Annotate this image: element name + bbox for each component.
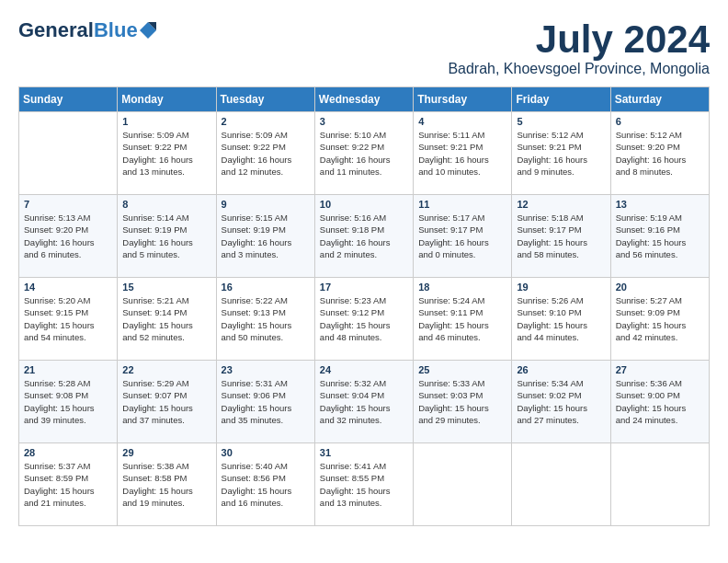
calendar-cell [512, 443, 610, 526]
calendar-cell: 4Sunrise: 5:11 AM Sunset: 9:21 PM Daylig… [414, 112, 512, 195]
calendar-cell: 13Sunrise: 5:19 AM Sunset: 9:16 PM Dayli… [610, 195, 709, 278]
day-number: 9 [222, 199, 310, 210]
day-number: 10 [320, 199, 408, 210]
calendar-cell [19, 112, 118, 195]
day-info: Sunrise: 5:32 AM Sunset: 9:04 PM Dayligh… [320, 377, 408, 426]
day-number: 16 [222, 282, 310, 293]
calendar-week-2: 7Sunrise: 5:13 AM Sunset: 9:20 PM Daylig… [19, 195, 710, 278]
day-info: Sunrise: 5:38 AM Sunset: 8:58 PM Dayligh… [122, 460, 210, 509]
day-info: Sunrise: 5:09 AM Sunset: 9:22 PM Dayligh… [222, 129, 310, 178]
day-info: Sunrise: 5:34 AM Sunset: 9:02 PM Dayligh… [517, 377, 605, 426]
day-number: 22 [122, 364, 210, 375]
day-info: Sunrise: 5:11 AM Sunset: 9:21 PM Dayligh… [418, 129, 506, 178]
logo: General Blue [18, 18, 156, 42]
day-number: 29 [122, 447, 210, 458]
calendar-week-1: 1Sunrise: 5:09 AM Sunset: 9:22 PM Daylig… [19, 112, 710, 195]
calendar-cell: 12Sunrise: 5:18 AM Sunset: 9:17 PM Dayli… [512, 195, 610, 278]
calendar-cell: 29Sunrise: 5:38 AM Sunset: 8:58 PM Dayli… [118, 443, 216, 526]
weekday-header-saturday: Saturday [610, 87, 709, 112]
calendar-cell: 14Sunrise: 5:20 AM Sunset: 9:15 PM Dayli… [19, 278, 118, 361]
day-number: 19 [517, 282, 605, 293]
day-number: 27 [616, 364, 704, 375]
logo-blue: Blue [94, 18, 138, 42]
day-number: 26 [517, 364, 605, 375]
day-number: 3 [320, 116, 408, 127]
day-info: Sunrise: 5:21 AM Sunset: 9:14 PM Dayligh… [122, 294, 210, 343]
calendar-cell: 1Sunrise: 5:09 AM Sunset: 9:22 PM Daylig… [118, 112, 216, 195]
day-number: 5 [517, 116, 605, 127]
weekday-header-row: SundayMondayTuesdayWednesdayThursdayFrid… [19, 87, 710, 112]
day-info: Sunrise: 5:19 AM Sunset: 9:16 PM Dayligh… [616, 212, 704, 260]
day-info: Sunrise: 5:17 AM Sunset: 9:17 PM Dayligh… [418, 212, 506, 260]
calendar-table: SundayMondayTuesdayWednesdayThursdayFrid… [18, 86, 710, 526]
day-info: Sunrise: 5:10 AM Sunset: 9:22 PM Dayligh… [320, 129, 408, 178]
day-number: 23 [222, 364, 310, 375]
day-info: Sunrise: 5:16 AM Sunset: 9:18 PM Dayligh… [320, 212, 408, 260]
title-block: July 2024 Badrah, Khoevsgoel Province, M… [448, 18, 710, 77]
calendar-cell: 31Sunrise: 5:41 AM Sunset: 8:55 PM Dayli… [314, 443, 413, 526]
weekday-header-thursday: Thursday [414, 87, 512, 112]
day-number: 17 [320, 282, 408, 293]
logo-text: General Blue [18, 18, 156, 42]
day-number: 24 [320, 364, 408, 375]
weekday-header-friday: Friday [512, 87, 610, 112]
day-number: 15 [122, 282, 210, 293]
calendar-cell: 18Sunrise: 5:24 AM Sunset: 9:11 PM Dayli… [414, 278, 512, 361]
calendar-cell: 11Sunrise: 5:17 AM Sunset: 9:17 PM Dayli… [414, 195, 512, 278]
calendar-cell: 16Sunrise: 5:22 AM Sunset: 9:13 PM Dayli… [216, 278, 314, 361]
day-number: 1 [122, 116, 210, 127]
month-title: July 2024 [448, 18, 710, 61]
day-info: Sunrise: 5:15 AM Sunset: 9:19 PM Dayligh… [222, 212, 310, 260]
page-header: General Blue July 2024 Badrah, Khoevsgoe… [18, 18, 710, 77]
calendar-cell: 23Sunrise: 5:31 AM Sunset: 9:06 PM Dayli… [216, 361, 314, 443]
calendar-cell: 2Sunrise: 5:09 AM Sunset: 9:22 PM Daylig… [216, 112, 314, 195]
day-number: 30 [222, 447, 310, 458]
day-info: Sunrise: 5:26 AM Sunset: 9:10 PM Dayligh… [517, 294, 605, 343]
calendar-cell: 27Sunrise: 5:36 AM Sunset: 9:00 PM Dayli… [610, 361, 709, 443]
calendar-cell: 7Sunrise: 5:13 AM Sunset: 9:20 PM Daylig… [19, 195, 118, 278]
day-info: Sunrise: 5:27 AM Sunset: 9:09 PM Dayligh… [616, 294, 704, 343]
day-info: Sunrise: 5:13 AM Sunset: 9:20 PM Dayligh… [24, 212, 112, 260]
day-number: 11 [418, 199, 506, 210]
calendar-cell: 24Sunrise: 5:32 AM Sunset: 9:04 PM Dayli… [314, 361, 413, 443]
calendar-cell: 15Sunrise: 5:21 AM Sunset: 9:14 PM Dayli… [118, 278, 216, 361]
day-number: 31 [320, 447, 408, 458]
day-info: Sunrise: 5:24 AM Sunset: 9:11 PM Dayligh… [418, 294, 506, 343]
calendar-week-4: 21Sunrise: 5:28 AM Sunset: 9:08 PM Dayli… [19, 361, 710, 443]
day-number: 7 [24, 199, 112, 210]
logo-general: General [18, 18, 94, 42]
day-info: Sunrise: 5:33 AM Sunset: 9:03 PM Dayligh… [418, 377, 506, 426]
weekday-header-sunday: Sunday [19, 87, 118, 112]
day-info: Sunrise: 5:18 AM Sunset: 9:17 PM Dayligh… [517, 212, 605, 260]
calendar-cell: 28Sunrise: 5:37 AM Sunset: 8:59 PM Dayli… [19, 443, 118, 526]
day-number: 18 [418, 282, 506, 293]
day-number: 28 [24, 447, 112, 458]
calendar-cell: 25Sunrise: 5:33 AM Sunset: 9:03 PM Dayli… [414, 361, 512, 443]
day-number: 8 [122, 199, 210, 210]
logo-icon [140, 22, 156, 39]
day-number: 25 [418, 364, 506, 375]
day-number: 13 [616, 199, 704, 210]
calendar-cell: 19Sunrise: 5:26 AM Sunset: 9:10 PM Dayli… [512, 278, 610, 361]
weekday-header-tuesday: Tuesday [216, 87, 314, 112]
day-info: Sunrise: 5:09 AM Sunset: 9:22 PM Dayligh… [122, 129, 210, 178]
calendar-cell: 21Sunrise: 5:28 AM Sunset: 9:08 PM Dayli… [19, 361, 118, 443]
weekday-header-monday: Monday [118, 87, 216, 112]
calendar-cell [414, 443, 512, 526]
location-subtitle: Badrah, Khoevsgoel Province, Mongolia [448, 61, 710, 77]
calendar-cell: 10Sunrise: 5:16 AM Sunset: 9:18 PM Dayli… [314, 195, 413, 278]
weekday-header-wednesday: Wednesday [314, 87, 413, 112]
calendar-cell: 8Sunrise: 5:14 AM Sunset: 9:19 PM Daylig… [118, 195, 216, 278]
day-info: Sunrise: 5:23 AM Sunset: 9:12 PM Dayligh… [320, 294, 408, 343]
day-number: 14 [24, 282, 112, 293]
day-number: 4 [418, 116, 506, 127]
day-info: Sunrise: 5:36 AM Sunset: 9:00 PM Dayligh… [616, 377, 704, 426]
day-info: Sunrise: 5:14 AM Sunset: 9:19 PM Dayligh… [122, 212, 210, 260]
calendar-cell: 17Sunrise: 5:23 AM Sunset: 9:12 PM Dayli… [314, 278, 413, 361]
day-number: 6 [616, 116, 704, 127]
day-number: 21 [24, 364, 112, 375]
day-number: 2 [222, 116, 310, 127]
calendar-cell: 26Sunrise: 5:34 AM Sunset: 9:02 PM Dayli… [512, 361, 610, 443]
calendar-cell: 3Sunrise: 5:10 AM Sunset: 9:22 PM Daylig… [314, 112, 413, 195]
calendar-cell: 5Sunrise: 5:12 AM Sunset: 9:21 PM Daylig… [512, 112, 610, 195]
